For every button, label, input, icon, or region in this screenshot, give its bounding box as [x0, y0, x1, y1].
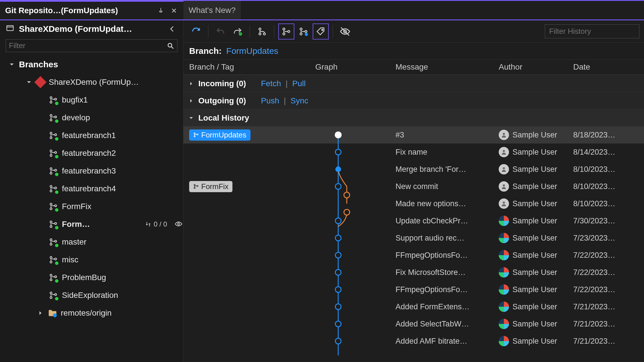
- tab-whats-new[interactable]: What's New?: [183, 1, 241, 19]
- sidebar-branch-item[interactable]: misc: [0, 251, 183, 269]
- filter-branches-input[interactable]: [6, 39, 177, 52]
- chevron-down-icon: [9, 62, 15, 67]
- avatar: [499, 267, 509, 278]
- col-message[interactable]: Message: [396, 62, 499, 72]
- history-panel: Branch: FormUpdates Branch / Tag Graph M…: [183, 20, 644, 362]
- sidebar-branch-item[interactable]: bugfix1: [0, 91, 183, 109]
- commit-row[interactable]: Update cbCheckPr… Sample User7/30/2023…: [183, 212, 644, 229]
- svg-point-31: [50, 261, 52, 263]
- col-graph[interactable]: Graph: [315, 62, 396, 72]
- svg-point-9: [50, 137, 52, 139]
- incoming-section[interactable]: Incoming (0) Fetch | Pull: [183, 75, 644, 92]
- sidebar-branch-item[interactable]: FormFix: [0, 198, 183, 215]
- commit-author: Sample User: [499, 302, 573, 312]
- commit-message: FFmpegOptionsFo…: [396, 285, 499, 294]
- show-local-branches-button[interactable]: [278, 23, 294, 40]
- toggle-author-button[interactable]: [337, 23, 353, 40]
- sidebar-branch-item[interactable]: featurebranch2: [0, 144, 183, 162]
- commit-row[interactable]: Added FormExtens… Sample User7/21/2023…: [183, 298, 644, 315]
- commit-row[interactable]: Made new options… Sample User8/10/2023…: [183, 195, 644, 212]
- avatar: [499, 284, 509, 295]
- branch-tag-pill[interactable]: FormFix: [189, 181, 232, 192]
- branch-label: bugfix1: [62, 95, 88, 105]
- avatar: [499, 319, 509, 329]
- close-icon[interactable]: [170, 6, 178, 15]
- commit-row[interactable]: Support audio rec… Sample User7/23/2023…: [183, 229, 644, 247]
- sidebar-branch-item[interactable]: Form… 0 / 0: [0, 215, 183, 233]
- sidebar-branch-item[interactable]: SideExploration: [0, 286, 183, 304]
- refresh-button[interactable]: [188, 23, 204, 40]
- avatar: [499, 181, 509, 192]
- filter-input[interactable]: [9, 41, 167, 50]
- tab-label: What's New?: [189, 6, 236, 15]
- tab-git-repository[interactable]: Git Reposito…(FormUpdates): [0, 1, 183, 19]
- svg-point-18: [50, 190, 52, 192]
- filter-history-input[interactable]: [545, 24, 639, 38]
- commit-message: Support audio rec…: [396, 234, 499, 243]
- commit-date: 7/22/2023…: [573, 285, 638, 294]
- branches-sidebar: ShareXDemo (FormUpdat… B: [0, 20, 183, 362]
- commit-row[interactable]: FFmpegOptionsFo… Sample User7/22/2023…: [183, 281, 644, 298]
- commit-date: 8/14/2023…: [573, 148, 638, 157]
- commit-author: Sample User: [499, 267, 573, 278]
- commit-row[interactable]: FormUpdates#3 Sample User8/18/2023…: [183, 126, 644, 143]
- local-history-section[interactable]: Local History: [183, 109, 644, 126]
- branch-icon: [49, 291, 58, 300]
- pull-link[interactable]: Pull: [292, 79, 306, 88]
- col-branch-tag[interactable]: Branch / Tag: [189, 62, 315, 72]
- tab-label: Git Reposito…(FormUpdates): [5, 6, 118, 15]
- back-icon[interactable]: [167, 24, 177, 34]
- commit-row[interactable]: Added AMF bitrate… Sample User7/21/2023…: [183, 333, 644, 350]
- push-link[interactable]: Push: [261, 96, 279, 105]
- repo-node[interactable]: ShareXDemo (FormUp…: [0, 73, 183, 91]
- commit-row[interactable]: Added SelectTabW… Sample User7/21/2023…: [183, 315, 644, 333]
- branch-tag-pill[interactable]: FormUpdates: [189, 129, 250, 141]
- history-toolbar: [183, 20, 644, 43]
- sidebar-branch-item[interactable]: featurebranch1: [0, 127, 183, 144]
- sidebar-branch-item[interactable]: featurebranch4: [0, 180, 183, 198]
- commit-row[interactable]: FormFixNew commit Sample User8/10/2023…: [183, 178, 644, 195]
- redo-commit-button[interactable]: [230, 23, 246, 40]
- svg-point-35: [55, 276, 57, 278]
- svg-point-75: [194, 184, 195, 186]
- avatar: [499, 216, 509, 226]
- branch-icon: [49, 202, 58, 211]
- commit-message: #3: [396, 131, 499, 139]
- commit-row[interactable]: Fix MicrosoftStore… Sample User7/22/2023…: [183, 264, 644, 281]
- fetch-link[interactable]: Fetch: [261, 79, 281, 88]
- remotes-node[interactable]: remotes/origin: [0, 304, 183, 322]
- repo-icon: [34, 76, 46, 88]
- repo-window-icon: [6, 24, 14, 34]
- svg-point-20: [50, 203, 52, 205]
- col-date[interactable]: Date: [573, 62, 638, 72]
- commit-message: Merge branch 'For…: [396, 165, 499, 174]
- col-author[interactable]: Author: [499, 62, 573, 72]
- commit-row[interactable]: Fix name Sample User8/14/2023…: [183, 143, 644, 161]
- show-remote-branches-button[interactable]: [295, 23, 312, 40]
- folder-icon: [48, 308, 57, 318]
- show-tags-button[interactable]: [313, 23, 329, 40]
- current-branch-link[interactable]: FormUpdates: [226, 46, 278, 56]
- svg-point-73: [503, 150, 505, 152]
- branches-heading[interactable]: Branches: [0, 56, 183, 73]
- svg-point-17: [50, 186, 52, 188]
- branch-icon: [49, 220, 58, 229]
- commit-row[interactable]: Merge branch 'For… Sample User8/10/2023…: [183, 161, 644, 178]
- sidebar-branch-item[interactable]: master: [0, 233, 183, 251]
- commit-date: 7/21/2023…: [573, 320, 638, 328]
- show-first-parent-button[interactable]: [254, 23, 270, 40]
- svg-point-50: [305, 33, 308, 36]
- pin-icon[interactable]: [156, 6, 165, 15]
- commit-date: 7/30/2023…: [573, 217, 638, 225]
- avatar: [499, 336, 509, 346]
- outgoing-section[interactable]: Outgoing (0) Push | Sync: [183, 92, 644, 109]
- sync-link[interactable]: Sync: [291, 96, 308, 105]
- commit-author: Sample User: [499, 250, 573, 260]
- eye-icon[interactable]: [175, 220, 183, 229]
- sidebar-branch-item[interactable]: develop: [0, 109, 183, 127]
- branch-icon: [49, 113, 58, 122]
- commit-row[interactable]: FFmpegOptionsFo… Sample User7/22/2023…: [183, 247, 644, 264]
- branch-icon: [49, 273, 58, 282]
- sidebar-branch-item[interactable]: ProblemBug: [0, 269, 183, 286]
- sidebar-branch-item[interactable]: featurebranch3: [0, 162, 183, 180]
